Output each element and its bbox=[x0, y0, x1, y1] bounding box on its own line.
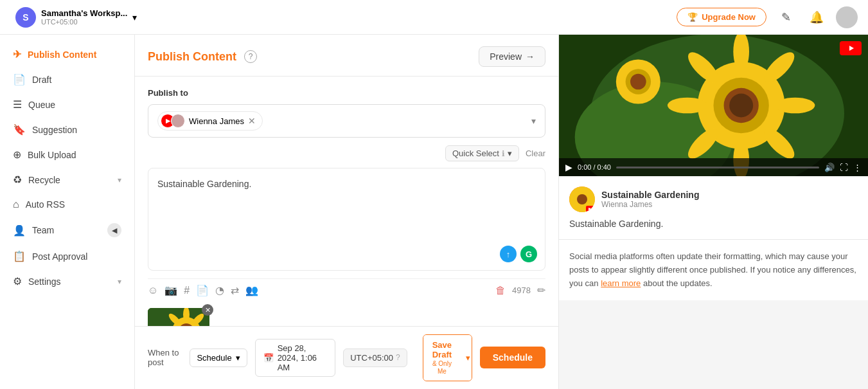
sidebar-nav: ✈ Publish Content 📄 Draft ☰ Queue 🔖 Sugg… bbox=[0, 35, 135, 389]
schedule-select[interactable]: Schedule ▾ bbox=[190, 348, 247, 367]
schedule-submit-button[interactable]: Schedule bbox=[480, 347, 545, 368]
preview-channel-avatar bbox=[569, 186, 595, 212]
publish-footer: When to post Schedule ▾ 📅 Sep 28, 2024, … bbox=[135, 326, 558, 389]
sidebar-item-suggestion[interactable]: 🔖 Suggestion bbox=[0, 118, 134, 141]
publish-panel: Publish Content ? Preview → Publish to ▶… bbox=[135, 35, 559, 389]
sidebar-item-post-approval[interactable]: 📋 Post Approval bbox=[0, 244, 134, 268]
chart-icon[interactable]: ◔ bbox=[215, 284, 224, 296]
recipient-name: Wienna James bbox=[189, 116, 244, 126]
save-draft-arrow-button[interactable]: ▾ bbox=[461, 335, 472, 381]
quick-select-label: Quick Select bbox=[452, 149, 499, 158]
workspace-selector[interactable]: S Samantha's Worksp... UTC+05:00 ▾ bbox=[10, 5, 142, 30]
quick-select-bar: Quick Select ℹ ▾ Clear bbox=[148, 145, 545, 161]
sidebar-item-publish[interactable]: ✈ Publish Content bbox=[0, 42, 134, 66]
publish-help-icon[interactable]: ? bbox=[244, 50, 257, 63]
document-icon[interactable]: 📄 bbox=[196, 284, 209, 296]
sidebar-auto-rss-label: Auto RSS bbox=[26, 199, 121, 210]
notice-link[interactable]: learn more bbox=[601, 278, 641, 288]
schedule-date-button[interactable]: 📅 Sep 28, 2024, 1:06 AM bbox=[255, 339, 336, 377]
calendar-icon: 📅 bbox=[263, 353, 274, 363]
emoji-icon[interactable]: ☺ bbox=[148, 285, 158, 296]
sidebar-suggestion-label: Suggestion bbox=[32, 125, 121, 135]
main-layout: ✈ Publish Content 📄 Draft ☰ Queue 🔖 Sugg… bbox=[0, 35, 868, 389]
quick-select-info-icon: ℹ bbox=[502, 149, 505, 158]
svg-marker-34 bbox=[589, 208, 593, 211]
compose-icon[interactable]: ✎ bbox=[774, 6, 797, 29]
preview-label: Preview bbox=[490, 51, 522, 62]
sidebar-settings-label: Settings bbox=[28, 276, 111, 287]
sidebar-item-recycle[interactable]: ♻ Recycle ▾ bbox=[0, 168, 134, 192]
thumbnail-close-icon[interactable]: ✕ bbox=[202, 304, 213, 316]
workspace-name: Samantha's Worksp... bbox=[41, 8, 127, 18]
youtube-badge bbox=[840, 41, 862, 55]
more-options-icon[interactable]: ⋮ bbox=[853, 163, 862, 172]
workspace-avatar: S bbox=[15, 7, 36, 28]
preview-post-text: Sustainable Gardening. bbox=[569, 219, 858, 229]
progress-bar[interactable] bbox=[616, 167, 819, 168]
ai-blue-icon[interactable]: ↑ bbox=[500, 246, 517, 262]
recipient-dropdown-icon[interactable]: ▾ bbox=[531, 116, 536, 126]
preview-video-container: ▶ 0:00 / 0:40 🔊 ⛶ ⋮ bbox=[559, 35, 868, 176]
preview-button[interactable]: Preview → bbox=[479, 46, 545, 67]
recipient-avatars: ▶ bbox=[161, 114, 185, 128]
sidebar-queue-label: Queue bbox=[28, 100, 121, 110]
image-icon[interactable]: 📷 bbox=[164, 284, 177, 296]
settings-icon: ⚙ bbox=[13, 275, 22, 287]
recycle-arrow-icon: ▾ bbox=[118, 176, 121, 185]
schedule-date-label: Sep 28, 2024, 1:06 AM bbox=[278, 343, 328, 372]
sidebar-publish-label: Publish Content bbox=[28, 50, 121, 60]
ai-green-icon[interactable]: G bbox=[520, 246, 537, 262]
recipient-remove-icon[interactable]: ✕ bbox=[248, 116, 256, 126]
team-back-icon[interactable]: ◀ bbox=[107, 223, 121, 237]
schedule-option-label: Schedule bbox=[197, 353, 231, 363]
video-thumbnail bbox=[559, 35, 868, 176]
schedule-tool-icon[interactable]: 👥 bbox=[245, 284, 258, 296]
notice-end: about the updates. bbox=[643, 278, 713, 288]
clear-button[interactable]: Clear bbox=[526, 149, 545, 158]
auto-rss-icon: ⌂ bbox=[13, 199, 19, 210]
thumbnail-image bbox=[148, 308, 209, 326]
publish-to-label: Publish to bbox=[148, 88, 545, 98]
publish-title: Publish Content bbox=[148, 50, 236, 64]
suggestion-icon: 🔖 bbox=[13, 123, 26, 136]
post-approval-icon: 📋 bbox=[13, 250, 26, 262]
preview-arrow-icon: → bbox=[526, 51, 535, 62]
delete-icon[interactable]: 🗑 bbox=[495, 285, 506, 296]
upgrade-label: Upgrade Now bbox=[702, 12, 756, 22]
sidebar-recycle-label: Recycle bbox=[28, 175, 111, 185]
post-toolbar: ☺ 📷 # 📄 ◔ ⇄ 👥 🗑 4978 ✏ bbox=[148, 278, 545, 302]
settings-arrow-icon: ▾ bbox=[118, 277, 121, 286]
user-avatar[interactable] bbox=[836, 6, 858, 28]
workspace-chevron-icon: ▾ bbox=[132, 12, 137, 23]
recipient-tag: ▶ Wienna James ✕ bbox=[157, 111, 263, 131]
upgrade-button[interactable]: 🏆 Upgrade Now bbox=[677, 8, 766, 26]
schedule-chevron-icon: ▾ bbox=[236, 353, 240, 363]
preview-card: Sustainable Gardening Wienna James Susta… bbox=[559, 176, 868, 240]
post-text-area[interactable]: Sustainable Gardening. ↑ G bbox=[148, 168, 545, 271]
video-controls: ▶ 0:00 / 0:40 🔊 ⛶ ⋮ bbox=[559, 158, 868, 176]
play-button[interactable]: ▶ bbox=[565, 162, 572, 172]
sidebar-item-queue[interactable]: ☰ Queue bbox=[0, 93, 134, 116]
quick-select-button[interactable]: Quick Select ℹ ▾ bbox=[445, 145, 519, 161]
sidebar-item-draft[interactable]: 📄 Draft bbox=[0, 68, 134, 91]
hashtag-icon[interactable]: # bbox=[184, 285, 190, 296]
sidebar-item-bulk-upload[interactable]: ⊕ Bulk Upload bbox=[0, 143, 134, 167]
trophy-icon: 🏆 bbox=[687, 12, 698, 22]
edit-icon[interactable]: ✏ bbox=[537, 284, 545, 296]
sidebar-item-auto-rss[interactable]: ⌂ Auto RSS bbox=[0, 193, 134, 216]
post-text-content: Sustainable Gardening. bbox=[157, 177, 536, 191]
publish-header: Publish Content ? Preview → bbox=[135, 35, 558, 77]
draft-icon: 📄 bbox=[13, 73, 26, 86]
volume-icon[interactable]: 🔊 bbox=[824, 163, 835, 172]
fullscreen-icon[interactable]: ⛶ bbox=[840, 163, 848, 172]
recipient-box[interactable]: ▶ Wienna James ✕ ▾ bbox=[148, 104, 545, 138]
save-draft-button[interactable]: Save Draft & Only Me bbox=[423, 335, 461, 381]
timezone-button[interactable]: UTC+05:00 ? bbox=[343, 348, 407, 367]
preview-user-row: Sustainable Gardening Wienna James bbox=[569, 186, 858, 212]
bell-icon[interactable]: 🔔 bbox=[805, 6, 828, 29]
sidebar-item-team[interactable]: 👤 Team ◀ bbox=[0, 217, 134, 243]
save-draft-group: Save Draft & Only Me ▾ bbox=[423, 334, 472, 381]
sidebar-item-settings[interactable]: ⚙ Settings ▾ bbox=[0, 269, 134, 293]
repost-icon[interactable]: ⇄ bbox=[231, 284, 239, 296]
quick-select-chevron-icon: ▾ bbox=[508, 149, 512, 158]
